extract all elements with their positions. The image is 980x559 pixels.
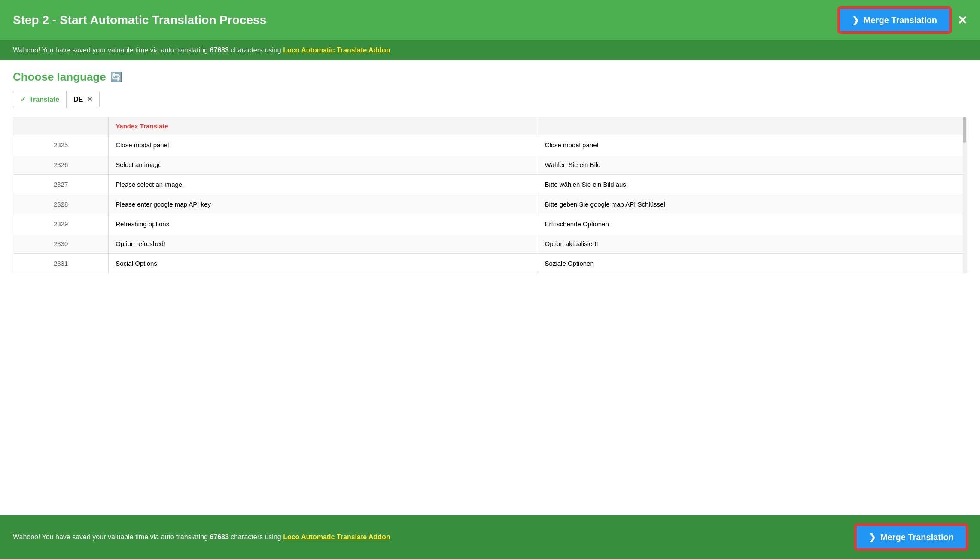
col-header-target [538,117,967,135]
language-selector[interactable]: ✓ Translate DE ✕ [13,91,100,108]
source-text: Please enter google map API key [109,194,538,214]
row-number: 2330 [13,234,109,254]
merge-translation-button-top[interactable]: ❯ Merge Translation [839,8,950,33]
language-icon: 🔄 [110,72,122,83]
target-text: Close modal panel [538,135,967,155]
translation-table-wrapper: Yandex Translate 2325 Close modal panel … [13,117,967,273]
header-actions: ❯ Merge Translation ✕ [839,8,967,33]
main-content: Choose language 🔄 ✓ Translate DE ✕ Yande… [0,60,980,284]
footer-count: 67683 [210,533,229,541]
source-text: Please select an image, [109,175,538,194]
arrow-icon-bottom: ❯ [869,532,876,542]
scrollbar-thumb[interactable] [963,117,966,143]
footer-text-before: Wahooo! You have saved your valuable tim… [13,533,210,541]
source-text: Option refreshed! [109,234,538,254]
table-row: 2329 Refreshing options Erfrischende Opt… [13,214,967,234]
target-text: Soziale Optionen [538,254,967,273]
merge-translation-button-bottom[interactable]: ❯ Merge Translation [855,525,967,550]
table-row: 2326 Select an image Wählen Sie ein Bild [13,155,967,175]
translation-table: Yandex Translate 2325 Close modal panel … [13,117,967,273]
lang-close-icon[interactable]: ✕ [87,95,92,103]
target-text: Erfrischende Optionen [538,214,967,234]
row-number: 2329 [13,214,109,234]
target-text: Bitte geben Sie google map API Schlüssel [538,194,967,214]
footer-notice: Wahooo! You have saved your valuable tim… [13,533,390,541]
row-number: 2327 [13,175,109,194]
row-number: 2328 [13,194,109,214]
scrollbar-track[interactable] [963,117,967,273]
loco-addon-link-bottom[interactable]: Loco Automatic Translate Addon [283,533,390,541]
language-badge[interactable]: DE ✕ [67,91,99,108]
table-row: 2331 Social Options Soziale Optionen [13,254,967,273]
target-text: Wählen Sie ein Bild [538,155,967,175]
notice-text-before: Wahooo! You have saved your valuable tim… [13,46,210,54]
source-text: Select an image [109,155,538,175]
merge-button-bottom-label: Merge Translation [880,532,954,542]
source-text: Social Options [109,254,538,273]
footer-bar: Wahooo! You have saved your valuable tim… [0,515,980,559]
table-row: 2328 Please enter google map API key Bit… [13,194,967,214]
source-text: Close modal panel [109,135,538,155]
col-header-number [13,117,109,135]
footer-text-between: characters using [229,533,283,541]
lang-code: DE [73,96,83,103]
col-header-source: Yandex Translate [109,117,538,135]
row-number: 2331 [13,254,109,273]
target-text: Option aktualisiert! [538,234,967,254]
translate-label: Translate [29,96,59,103]
target-text: Bitte wählen Sie ein Bild aus, [538,175,967,194]
choose-language-heading: Choose language 🔄 [13,70,967,84]
merge-button-top-label: Merge Translation [864,15,937,25]
yandex-header-label: Yandex Translate [116,122,168,130]
arrow-icon-top: ❯ [852,15,859,25]
table-row: 2327 Please select an image, Bitte wähle… [13,175,967,194]
close-button[interactable]: ✕ [957,13,967,27]
page-title: Step 2 - Start Automatic Translation Pro… [13,13,266,27]
notice-count: 67683 [210,46,229,54]
translate-option[interactable]: ✓ Translate [13,91,67,108]
source-text: Refreshing options [109,214,538,234]
table-row: 2325 Close modal panel Close modal panel [13,135,967,155]
table-row: 2330 Option refreshed! Option aktualisie… [13,234,967,254]
row-number: 2325 [13,135,109,155]
notice-text-between: characters using [229,46,283,54]
choose-language-label: Choose language [13,70,106,84]
header: Step 2 - Start Automatic Translation Pro… [0,0,980,40]
check-icon: ✓ [20,95,26,103]
top-notice-bar: Wahooo! You have saved your valuable tim… [0,40,980,60]
row-number: 2326 [13,155,109,175]
loco-addon-link-top[interactable]: Loco Automatic Translate Addon [283,46,390,54]
